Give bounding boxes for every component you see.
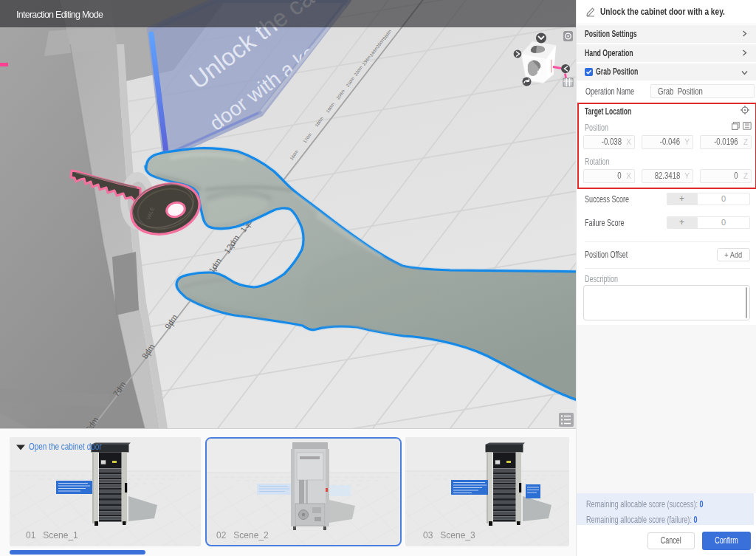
svg-text:Interaction Editing Mode: Interaction Editing Mode xyxy=(16,10,103,20)
